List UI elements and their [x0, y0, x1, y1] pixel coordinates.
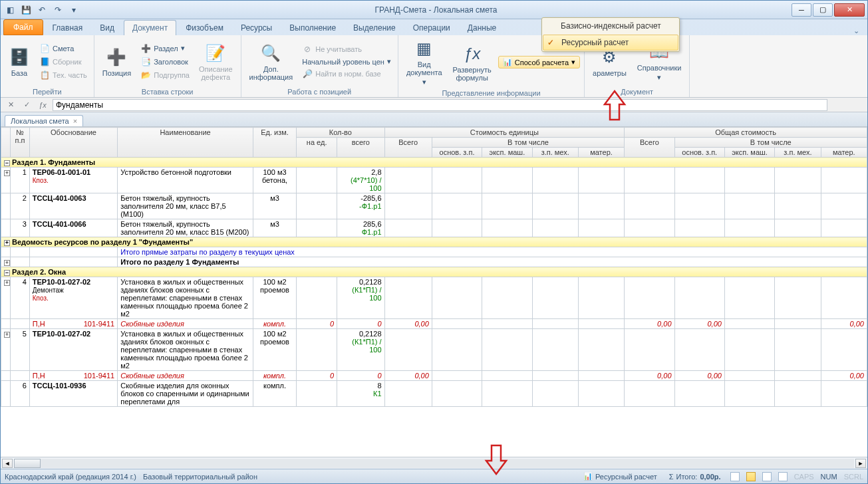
th-tc-eksp: эксп. маш. — [724, 148, 774, 158]
minimize-button[interactable]: ─ — [792, 3, 811, 17]
calc-menu-basis[interactable]: Базисно-индексный расчет — [542, 18, 679, 34]
base-icon: 🗄️ — [9, 47, 30, 68]
th-uc-osn: основ. з.п. — [432, 148, 482, 158]
ribbon: 🗄️ База 📄Смета 📘Сборник 📋Тех. часть Пере… — [1, 35, 867, 98]
th-uc-total: Всего — [384, 138, 432, 158]
header-button[interactable]: 📑Заголовок — [138, 56, 192, 68]
formula-bar: ✕ ✓ ƒx — [1, 98, 867, 112]
calc-method-menu: Базисно-индексный расчет ✓Ресурсный расч… — [541, 17, 680, 52]
th-uc-mater: матер. — [578, 148, 624, 158]
tab-physvol[interactable]: Физобъем — [178, 21, 231, 35]
sigma-icon: Σ — [669, 473, 674, 481]
view-mode-4-icon[interactable] — [778, 472, 788, 481]
th-tree — [1, 128, 11, 158]
th-qty-unit: на ед. — [297, 138, 337, 158]
nouse-button[interactable]: ⊘Не учитывать — [299, 43, 394, 55]
expand-icon[interactable]: + — [4, 332, 10, 338]
status-sum: ΣИтого: 0,00р. — [666, 472, 724, 481]
th-unit: Ед. изм. — [253, 128, 296, 158]
sbornik-button[interactable]: 📘Сборник — [37, 56, 90, 68]
tech-icon: 📋 — [39, 70, 50, 80]
table-row: 2 ТССЦ-401-0063 Бетон тяжелый, крупность… — [1, 193, 867, 219]
scroll-left-icon[interactable]: ◄ — [2, 459, 13, 468]
expand-icon[interactable]: + — [4, 170, 10, 176]
defect-button[interactable]: 📝 Описание дефекта — [195, 41, 237, 82]
view-mode-1-icon[interactable] — [730, 472, 740, 481]
qat-redo-icon[interactable]: ↷ — [51, 3, 65, 17]
group-view-title: Представление информации — [402, 88, 580, 97]
level-button[interactable]: Начальный уровень цен ▾ — [299, 57, 394, 66]
qat-save-icon[interactable]: 💾 — [19, 3, 33, 17]
tab-view[interactable]: Вид — [92, 21, 122, 35]
group-pos-title: Работа с позицией — [245, 86, 394, 96]
tech-button[interactable]: 📋Тех. часть — [37, 69, 90, 81]
docview-icon: ▦ — [414, 38, 435, 59]
tab-data[interactable]: Данные — [460, 21, 504, 35]
ribbon-collapse-icon[interactable]: ⌄ — [853, 27, 867, 35]
grid: № п.п Обоснование Наименование Ед. изм. … — [1, 127, 867, 457]
razdel-button[interactable]: ➕Раздел ▾ — [138, 43, 192, 55]
expand-icon[interactable]: + — [4, 280, 10, 286]
collapse-icon[interactable]: − — [4, 160, 10, 166]
close-button[interactable]: ✕ — [834, 3, 865, 17]
scroll-right-icon[interactable]: ► — [855, 459, 866, 468]
file-tab[interactable]: Файл — [3, 19, 43, 35]
header-icon: 📑 — [140, 57, 151, 67]
view-mode-3-icon[interactable] — [762, 472, 772, 481]
sheet-tab-close-icon[interactable]: × — [73, 117, 77, 125]
expand-formulas-button[interactable]: ƒx Развернуть формулы — [449, 42, 496, 83]
dopinfo-button[interactable]: 🔍 Доп. информация — [245, 41, 297, 82]
table-row: Итого прямые затраты по разделу в текущи… — [1, 247, 867, 257]
tab-main[interactable]: Главная — [45, 21, 91, 35]
window-title: ГРАНД-Смета - Локальная смета — [80, 5, 792, 15]
expand-icon[interactable]: + — [4, 240, 10, 246]
smeta-button[interactable]: 📄Смета — [37, 43, 90, 55]
scroll-thumb[interactable] — [14, 459, 41, 468]
horizontal-scrollbar[interactable]: ◄ ► — [1, 457, 867, 469]
grid-body[interactable]: −Раздел 1. Фундаменты + 1 ТЕР06-01-001-0… — [1, 158, 867, 407]
tab-selection[interactable]: Выделение — [345, 21, 404, 35]
table-row: П,Н 101-9411 Скобяные изделия компл. 0 0… — [1, 319, 867, 329]
th-uc-zpmeh: з.п. мех. — [532, 148, 578, 158]
annotation-arrow-up — [601, 88, 628, 121]
maximize-button[interactable]: ▢ — [813, 3, 833, 17]
th-tc-total: Всего — [625, 138, 674, 158]
calc-menu-resource[interactable]: ✓Ресурсный расчет — [543, 35, 678, 51]
docview-button[interactable]: ▦ Вид документа ▾ — [402, 37, 446, 88]
sbornik-icon: 📘 — [39, 57, 50, 67]
fb-cancel-icon[interactable]: ✕ — [5, 99, 17, 111]
calc-method-button[interactable]: 📊 Способ расчета ▾ — [498, 56, 580, 68]
th-qty-total: всего — [337, 138, 384, 158]
table-row: + 4 ТЕР10-01-027-02ДемонтажКпоз. Установ… — [1, 277, 867, 319]
tab-document[interactable]: Документ — [124, 20, 176, 35]
razdel-icon: ➕ — [140, 43, 151, 54]
collapse-icon[interactable]: − — [4, 270, 10, 276]
tab-execution[interactable]: Выполнение — [281, 21, 344, 35]
th-totalcost: Общая стоимость — [625, 128, 867, 138]
status-num: NUM — [821, 473, 837, 481]
tab-operations[interactable]: Операции — [405, 21, 458, 35]
ribbon-tabs: Файл Главная Вид Документ Физобъем Ресур… — [1, 19, 867, 35]
scroll-track[interactable] — [14, 459, 854, 468]
th-unitcost: Стоимость единицы — [384, 128, 625, 138]
th-tc-inc: В том числе — [674, 138, 867, 148]
fb-fx-icon[interactable]: ƒx — [37, 99, 49, 111]
table-row: П,Н 101-9411 Скобяные изделия компл. 0 0… — [1, 371, 867, 381]
check-icon: ✓ — [547, 38, 554, 47]
tab-resources[interactable]: Ресурсы — [233, 21, 280, 35]
th-basis: Обоснование — [29, 128, 117, 158]
qat-undo-icon[interactable]: ↶ — [35, 3, 49, 17]
fb-accept-icon[interactable]: ✓ — [21, 99, 33, 111]
find-button[interactable]: 🔎Найти в норм. базе — [299, 68, 394, 80]
status-region: Краснодарский край (редакция 2014 г.) — [5, 473, 136, 481]
subgroup-button[interactable]: 📂Подгруппа — [138, 69, 192, 81]
status-calc-mode[interactable]: 📊Ресурсный расчет — [581, 471, 660, 481]
view-mode-2-icon[interactable] — [746, 472, 756, 481]
position-button[interactable]: ➕ Позиция — [98, 45, 136, 78]
expand-icon[interactable]: + — [4, 260, 10, 266]
formula-input[interactable] — [53, 99, 827, 111]
qat-dropdown-icon[interactable]: ▾ — [67, 3, 80, 17]
base-button[interactable]: 🗄️ База — [5, 45, 34, 78]
sheet-tab-local[interactable]: Локальная смета × — [5, 115, 83, 126]
th-tc-osn: основ. з.п. — [674, 148, 724, 158]
